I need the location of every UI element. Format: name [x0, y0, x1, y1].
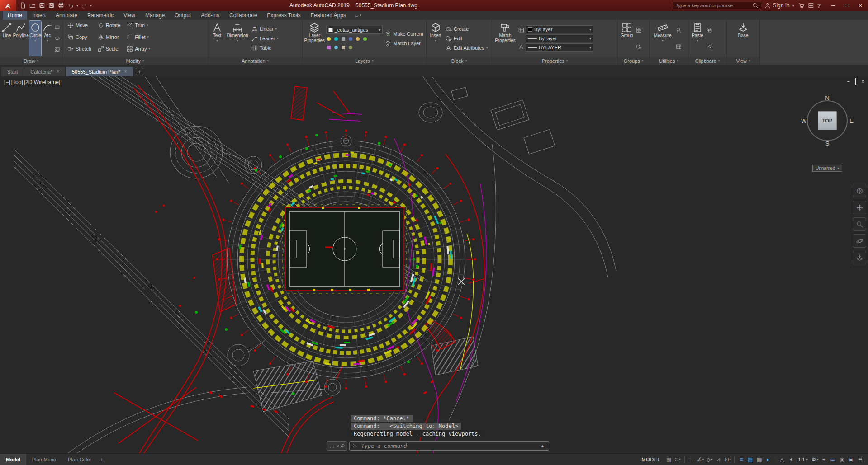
arc-button[interactable]: Arc▾	[42, 21, 53, 56]
layer-unisolate-icon[interactable]	[362, 36, 368, 42]
open-file-icon[interactable]	[28, 1, 37, 10]
rectangle-icon[interactable]	[54, 24, 60, 30]
customize-wrench-icon[interactable]	[340, 443, 346, 449]
groups-panel-label[interactable]: Groups▾	[618, 57, 649, 65]
sign-in-button[interactable]: Sign In ▾	[764, 0, 795, 11]
help-icon[interactable]: ?	[817, 0, 821, 11]
undo-icon[interactable]	[66, 1, 75, 10]
ribbon-tab-home[interactable]: Home	[3, 11, 27, 20]
annotation-monitor-icon[interactable]: +	[820, 455, 828, 464]
pan-icon[interactable]	[853, 201, 866, 214]
orbit-icon[interactable]	[853, 234, 866, 248]
graphics-performance-icon[interactable]: ▭	[829, 455, 837, 464]
rotate-button[interactable]: Rotate	[96, 21, 122, 30]
quick-select-icon[interactable]	[518, 44, 524, 50]
fillet-button[interactable]: Fillet▾	[125, 33, 152, 42]
polyline-button[interactable]: Polyline	[13, 21, 28, 56]
minimize-window-icon[interactable]: ─	[826, 0, 840, 11]
match-layer-button[interactable]: Match Layer	[384, 39, 425, 48]
layout-tab-model[interactable]: Model	[0, 454, 26, 465]
compass-east[interactable]: E	[849, 117, 854, 124]
viewport-close-icon[interactable]: ×	[862, 79, 864, 84]
dynamic-input-icon[interactable]: ▸	[764, 455, 773, 464]
file-tab-cafeteria[interactable]: Cafeteria*×	[24, 67, 65, 76]
undo-caret-icon[interactable]: ▾	[76, 4, 79, 8]
ribbon-tab-output[interactable]: Output	[170, 11, 196, 20]
full-navigation-wheel-icon[interactable]	[853, 184, 866, 197]
save-as-icon[interactable]	[47, 1, 56, 10]
viewport-menu-control[interactable]: [−]	[4, 79, 11, 85]
ribbon-tab-parametric[interactable]: Parametric	[82, 11, 119, 20]
modify-panel-label[interactable]: Modify▾	[62, 57, 208, 65]
annotation-panel-label[interactable]: Annotation▾	[208, 57, 302, 65]
circle-button[interactable]: Circle▾	[29, 21, 41, 56]
dimension-button[interactable]: Dimension▾	[226, 21, 249, 56]
mirror-button[interactable]: Mirror	[96, 33, 122, 42]
draw-panel-label[interactable]: Draw▾	[0, 57, 62, 65]
view-control[interactable]: [Top]	[11, 79, 24, 85]
model-space-toggle[interactable]: MODEL	[638, 455, 664, 464]
zoom-icon[interactable]	[853, 217, 866, 231]
visual-style-control[interactable]: [2D Wireframe]	[24, 79, 61, 85]
command-line-grip[interactable]: ⋮⋮	[328, 444, 335, 448]
trim-button[interactable]: Trim▾	[125, 21, 152, 30]
group-button[interactable]: Group	[619, 21, 635, 56]
ribbon-tab-express-tools[interactable]: Express Tools	[262, 11, 305, 20]
ribbon-tab-addins[interactable]: Add-ins	[196, 11, 224, 20]
exchange-apps-icon[interactable]	[808, 0, 814, 11]
insert-block-button[interactable]: Insert▾	[428, 21, 443, 56]
view-panel-label[interactable]: View▾	[727, 57, 759, 65]
measure-button[interactable]: Measure▾	[651, 21, 674, 56]
copy-button[interactable]: Copy	[66, 33, 93, 42]
table-button[interactable]: Table	[250, 43, 280, 52]
transparency-icon[interactable]: ▨	[746, 455, 754, 464]
edit-attributes-button[interactable]: Edit Attributes▾	[444, 43, 489, 52]
properties-list-icon[interactable]	[518, 27, 524, 33]
maximize-window-icon[interactable]	[840, 0, 854, 11]
quick-calc-icon[interactable]	[676, 44, 682, 50]
help-search-input[interactable]	[675, 3, 750, 8]
hatch-icon[interactable]	[54, 47, 60, 52]
grid-display-icon[interactable]: ▦	[664, 455, 673, 464]
object-snap-icon[interactable]: ⊡▾	[723, 455, 732, 464]
ribbon-tab-annotate[interactable]: Annotate	[51, 11, 82, 20]
isolate-objects-icon[interactable]: ◎	[838, 455, 846, 464]
line-button[interactable]: Line	[1, 21, 12, 56]
annotation-scale-control[interactable]: 1:1▾	[796, 457, 810, 462]
redo-icon[interactable]	[80, 1, 89, 10]
new-drawing-tab-icon[interactable]: +	[136, 68, 143, 75]
layer-isolate-icon[interactable]	[355, 36, 361, 42]
leader-button[interactable]: Leader▾	[250, 34, 280, 43]
autoscale-icon[interactable]: ∗	[787, 455, 795, 464]
command-history-expand-icon[interactable]: ▲	[539, 444, 546, 448]
view-name-control[interactable]: Unnamed▾	[800, 165, 854, 172]
stretch-button[interactable]: Stretch	[66, 44, 93, 53]
ribbon-tab-view[interactable]: View	[119, 11, 140, 20]
edit-block-button[interactable]: Edit	[444, 34, 489, 43]
layout-tab-plan-mono[interactable]: Plan-Mono	[26, 454, 62, 465]
new-file-icon[interactable]	[19, 1, 28, 10]
file-tab-start[interactable]: Start	[1, 67, 24, 76]
layer-freeze-icon[interactable]	[333, 36, 339, 42]
lineweight-dropdown[interactable]: BYLAYER ▾	[526, 43, 593, 52]
compass-south[interactable]: S	[825, 140, 830, 147]
drawing-canvas[interactable]: [−] [Top] [2D Wireframe] − × N S W E TOP…	[0, 76, 868, 453]
scale-button[interactable]: Scale	[96, 44, 122, 53]
ribbon-tab-insert[interactable]: Insert	[27, 11, 51, 20]
ribbon-tab-manage[interactable]: Manage	[140, 11, 170, 20]
polar-tracking-icon[interactable]: ∠▾	[696, 455, 705, 464]
save-icon[interactable]	[38, 1, 47, 10]
annotation-visibility-icon[interactable]: △	[778, 455, 786, 464]
compass-north[interactable]: N	[825, 94, 829, 101]
layer-dropdown[interactable]: _cotas_antigas ▾	[326, 26, 383, 34]
layer-on-icon[interactable]	[326, 36, 332, 42]
new-layout-icon[interactable]: +	[97, 454, 106, 465]
linetype-dropdown[interactable]: ByLayer ▾	[526, 34, 593, 42]
block-panel-label[interactable]: Block▾	[427, 57, 492, 65]
qat-customize-icon[interactable]: ▾	[89, 4, 93, 8]
show-motion-icon[interactable]	[853, 251, 866, 264]
utilities-panel-label[interactable]: Utilities▾	[650, 57, 688, 65]
layers-panel-label[interactable]: Layers▾	[303, 57, 426, 65]
layer-walk-icon[interactable]	[326, 45, 332, 51]
make-current-button[interactable]: Make Current	[384, 29, 425, 38]
